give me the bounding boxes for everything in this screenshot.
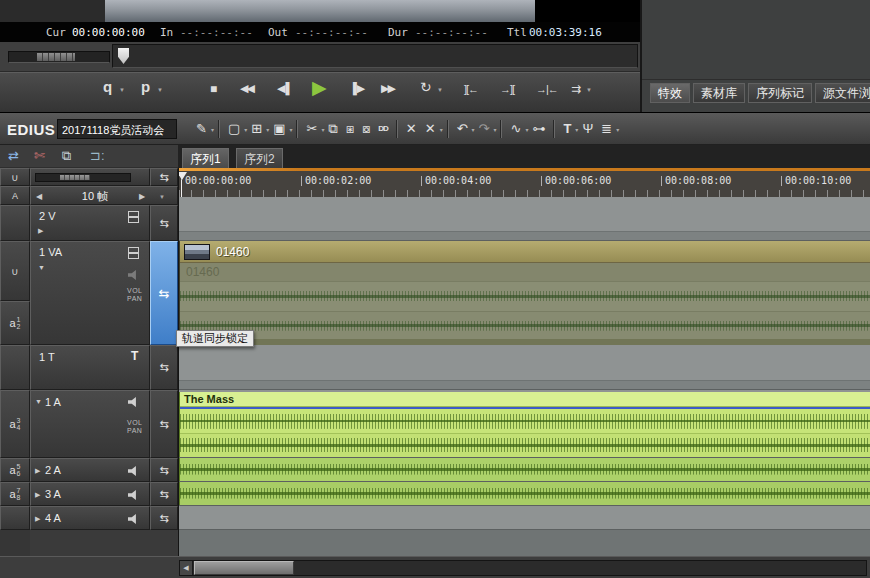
trim-mode-icon[interactable]: ✄ xyxy=(34,148,45,163)
replace-icon[interactable]: ⧇ xyxy=(358,116,374,142)
paste-icon[interactable]: ⧆ xyxy=(342,116,358,142)
playhead-handle[interactable] xyxy=(118,48,129,64)
pan-label[interactable]: PAN xyxy=(127,427,142,435)
audio-mixer-icon[interactable]: ≣ xyxy=(597,116,616,142)
vol-label[interactable]: VOL xyxy=(127,287,143,295)
expand-3a-icon[interactable]: ▶ xyxy=(35,491,40,499)
preview-mini-scrollbar[interactable] xyxy=(8,51,110,63)
delete-icon[interactable]: ✕ xyxy=(421,116,440,142)
mixer-caret-icon[interactable]: ▾ xyxy=(616,126,619,133)
loop-play-button[interactable]: ↻ xyxy=(420,79,432,95)
key-icon[interactable]: ⊶ xyxy=(528,116,549,142)
title-tool-icon[interactable]: T xyxy=(559,116,575,142)
set-in-caret-icon[interactable]: ▼ xyxy=(119,87,125,93)
pan-label[interactable]: PAN xyxy=(127,295,142,303)
track-panel-scrollbar-thumb[interactable] xyxy=(60,175,90,180)
edit-in-button[interactable]: ][← xyxy=(464,83,478,95)
expand-2v-icon[interactable]: ▶ xyxy=(38,227,43,235)
redo-icon[interactable]: ↷ xyxy=(475,116,494,142)
effects-pen-icon[interactable]: ✎ xyxy=(192,116,211,142)
track-header-1a[interactable]: ▼ 1 A VOL PAN xyxy=(30,390,150,458)
clip-audio-ch3[interactable] xyxy=(179,482,870,505)
prev-frame-button[interactable]: ◀▌ xyxy=(277,82,293,95)
cut-icon[interactable]: ✂ xyxy=(302,116,321,142)
next-frame-button[interactable]: ▐▶ xyxy=(349,82,365,95)
rail-video-sync-cell-1va[interactable]: ∪ xyxy=(0,241,30,301)
zoom-out-button[interactable]: ◀ xyxy=(36,192,42,201)
delete-caret-icon[interactable]: ▾ xyxy=(440,126,443,133)
track-header-1va[interactable]: 1 VA ▼ VOL PAN xyxy=(30,241,150,345)
video-display-toggle-icon[interactable] xyxy=(128,247,139,259)
title-track-icon[interactable]: T xyxy=(131,349,138,363)
track-panel-scrollbar[interactable] xyxy=(35,173,131,182)
sync-lock-cell-3a[interactable]: ⇆ xyxy=(150,482,178,506)
effects-pen-caret-icon[interactable]: ▾ xyxy=(211,126,214,133)
set-in-button[interactable]: q xyxy=(103,78,112,95)
redo-caret-icon[interactable]: ▾ xyxy=(493,126,496,133)
scrollbar-thumb[interactable] xyxy=(194,561,294,575)
track-header-2a[interactable]: ▶ 2 A xyxy=(30,458,150,482)
rail-sync-group-cell[interactable]: ∪ xyxy=(0,168,30,186)
tab-sequence-2[interactable]: 序列2 xyxy=(236,148,283,170)
output-mode-icon[interactable]: ⊐: xyxy=(90,148,105,163)
track-header-1t[interactable]: 1 T T xyxy=(30,345,150,390)
timeline-ruler[interactable]: 00:00:00:00 00:00:02:00 00:00:04:00 00:0… xyxy=(179,168,870,197)
audio-mute-icon-1va[interactable] xyxy=(128,270,139,280)
zoom-in-button[interactable]: ▶ xyxy=(139,192,145,201)
track-header-3a[interactable]: ▶ 3 A xyxy=(30,482,150,506)
fade-icon[interactable]: ∿ xyxy=(506,116,525,142)
tab-bin[interactable]: 素材库 xyxy=(693,83,745,103)
link-mode-icon[interactable]: ⇄ xyxy=(8,148,19,163)
mini-scrollbar-thumb[interactable] xyxy=(37,53,75,61)
seek-bar[interactable] xyxy=(112,44,638,68)
edit-out-button[interactable]: →][ xyxy=(500,83,514,95)
timeline-h-scrollbar[interactable]: ◀ xyxy=(179,560,867,576)
audio-mute-icon-2a[interactable] xyxy=(128,466,139,476)
collapse-1va-icon[interactable]: ▼ xyxy=(38,264,45,271)
insert-dd-icon[interactable]: DD xyxy=(374,116,392,142)
clip-video[interactable]: 01460 01460 xyxy=(179,241,870,345)
clip-audio-ch2[interactable] xyxy=(179,458,870,481)
play-button[interactable]: ▶ xyxy=(312,76,327,99)
collapse-1a-icon[interactable]: ▼ xyxy=(35,398,42,405)
add-to-bin-icon[interactable]: ⊞ xyxy=(247,116,266,142)
stop-button[interactable]: ■ xyxy=(210,82,217,96)
tab-sequence-1[interactable]: 序列1 xyxy=(182,148,229,170)
rewind-button[interactable]: ◀◀ xyxy=(240,82,253,95)
audio-mute-icon-4a[interactable] xyxy=(128,514,139,524)
loop-caret-icon[interactable]: ▼ xyxy=(437,87,443,93)
track-header-4a[interactable]: ▶ 4 A xyxy=(30,506,150,530)
audio-mute-icon-1a[interactable] xyxy=(128,397,139,407)
expand-4a-icon[interactable]: ▶ xyxy=(35,515,40,523)
set-out-button[interactable]: p xyxy=(141,78,150,95)
dual-mode-icon[interactable]: ⧉ xyxy=(62,148,71,164)
tab-source-browser[interactable]: 源文件浏览 xyxy=(815,83,870,103)
scrollbar-left-arrow[interactable]: ◀ xyxy=(180,561,193,575)
zoom-level[interactable]: 10 帧 xyxy=(55,189,135,204)
tab-effects[interactable]: 特效 xyxy=(650,83,690,103)
sync-lock-cell-4a[interactable]: ⇆ xyxy=(150,506,178,530)
tab-sequence-marker[interactable]: 序列标记 xyxy=(748,83,812,103)
track-header-2v[interactable]: 2 V ▶ xyxy=(30,205,150,241)
undo-icon[interactable]: ↶ xyxy=(453,116,472,142)
set-out-caret-icon[interactable]: ▼ xyxy=(157,87,163,93)
edit-export-caret-icon[interactable]: ▼ xyxy=(586,87,592,93)
sync-lock-cell-1va-active[interactable]: ⇆ xyxy=(150,241,178,345)
sync-lock-cell-1t[interactable]: ⇆ xyxy=(150,345,178,390)
sync-lock-cell-top[interactable]: ⇆ xyxy=(150,168,178,186)
ripple-delete-icon[interactable]: ✕ xyxy=(402,116,421,142)
new-clip-icon[interactable]: ▢ xyxy=(224,116,244,142)
save-caret-icon[interactable]: ▾ xyxy=(289,126,292,133)
channel-map-a78[interactable]: a 78 xyxy=(0,482,30,506)
ffwd-button[interactable]: ▶▶ xyxy=(381,82,394,95)
vol-label[interactable]: VOL xyxy=(127,419,143,427)
audio-mute-icon-3a[interactable] xyxy=(128,490,139,500)
channel-map-a34[interactable]: a 34 xyxy=(0,390,30,458)
video-display-toggle-icon[interactable] xyxy=(128,211,139,223)
sync-lock-cell-1a[interactable]: ⇆ xyxy=(150,390,178,458)
channel-map-a12[interactable]: a 12 xyxy=(0,301,30,345)
expand-2a-icon[interactable]: ▶ xyxy=(35,467,40,475)
copy-icon[interactable]: ⧉ xyxy=(324,116,341,142)
rail-audio-master-cell[interactable]: A xyxy=(0,186,30,205)
edit-trim-button[interactable]: →|← xyxy=(536,83,558,95)
